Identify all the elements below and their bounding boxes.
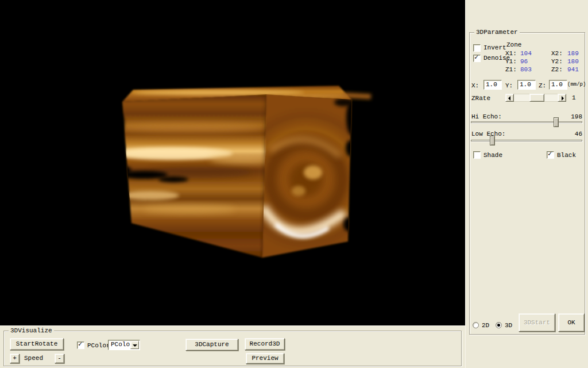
dropdown-arrow-icon bbox=[133, 344, 137, 347]
zone-y2-label: Y2: bbox=[551, 58, 563, 66]
shade-checkbox[interactable] bbox=[473, 151, 481, 159]
scale-z-label: Z: bbox=[539, 82, 546, 90]
visualize-panel: 3DVisualize StartRotate + Speed - PColor… bbox=[0, 325, 465, 368]
app-window: 3DParameter Invert Denoise Zone X1: 104 … bbox=[0, 0, 588, 368]
zone-y2-value: 180 bbox=[567, 58, 579, 66]
preview-button[interactable]: Preview bbox=[246, 353, 284, 364]
zone-label: Zone bbox=[506, 41, 521, 49]
zone-z1-label: Z1: bbox=[505, 66, 517, 74]
scale-y-label: Y: bbox=[505, 82, 513, 90]
3dcapture-button[interactable]: 3DCapture bbox=[185, 339, 238, 351]
zone-x2-label: X2: bbox=[551, 50, 563, 57]
parameter-panel: 3DParameter Invert Denoise Zone X1: 104 … bbox=[465, 0, 588, 368]
hi-echo-slider-thumb[interactable] bbox=[554, 117, 559, 127]
denoise-checkbox[interactable] bbox=[473, 55, 481, 62]
zrate-scroll-thumb[interactable] bbox=[529, 94, 544, 102]
zrate-scroll-left-button[interactable] bbox=[505, 94, 514, 102]
speed-minus-button[interactable]: - bbox=[55, 354, 64, 363]
pcolor-checkbox[interactable] bbox=[77, 342, 84, 349]
zone-y1-label: Y1: bbox=[505, 58, 517, 66]
visualize-groupbox: 3DVisualize StartRotate + Speed - PColor… bbox=[3, 331, 462, 366]
scale-unit-label: (mm/p) bbox=[567, 81, 586, 89]
scale-y-input[interactable]: 1.0 bbox=[517, 80, 536, 90]
start-rotate-button[interactable]: StartRotate bbox=[10, 338, 64, 350]
mode-3d-radio[interactable] bbox=[496, 322, 502, 328]
hi-echo-slider[interactable] bbox=[471, 117, 582, 128]
parameter-group-title: 3DParameter bbox=[474, 29, 520, 36]
volume-render bbox=[0, 0, 465, 325]
invert-checkbox[interactable] bbox=[473, 44, 481, 52]
scroll-left-icon bbox=[508, 96, 510, 101]
scale-x-input[interactable]: 1.0 bbox=[483, 80, 502, 90]
render-viewport[interactable] bbox=[0, 0, 465, 325]
low-echo-slider-thumb[interactable] bbox=[490, 136, 495, 145]
black-label: Black bbox=[557, 152, 576, 159]
record3d-button[interactable]: Record3D bbox=[245, 338, 285, 350]
zrate-scrollbar[interactable] bbox=[505, 94, 566, 102]
3dstart-button[interactable]: 3DStart bbox=[519, 313, 555, 332]
zone-z2-label: Z2: bbox=[551, 66, 563, 74]
speed-label: Speed bbox=[24, 355, 43, 362]
pcolor-dropdown[interactable]: PColor bbox=[108, 340, 140, 350]
visualize-group-title: 3DVisualize bbox=[9, 327, 54, 335]
zrate-label: ZRate bbox=[471, 95, 490, 102]
zone-x1-value: 104 bbox=[520, 50, 532, 57]
low-echo-slider-track[interactable] bbox=[471, 140, 582, 141]
speed-plus-button[interactable]: + bbox=[10, 354, 20, 363]
scroll-right-icon bbox=[562, 96, 564, 101]
mode-2d-label: 2D bbox=[482, 322, 489, 329]
zone-x1-label: X1: bbox=[505, 50, 517, 57]
shade-label: Shade bbox=[483, 152, 502, 159]
scale-z-input[interactable]: 1.0 bbox=[549, 80, 567, 90]
low-echo-slider[interactable] bbox=[471, 135, 582, 147]
black-checkbox[interactable] bbox=[547, 151, 554, 159]
zone-y1-value: 96 bbox=[520, 58, 528, 66]
mode-2d-radio[interactable] bbox=[473, 322, 479, 328]
hi-echo-slider-track[interactable] bbox=[471, 121, 582, 123]
ok-button[interactable]: OK bbox=[558, 313, 585, 332]
zone-z1-value: 803 bbox=[520, 66, 532, 74]
zone-z2-value: 941 bbox=[567, 66, 579, 74]
zrate-value: 1 bbox=[572, 94, 576, 102]
invert-label: Invert bbox=[483, 44, 506, 52]
zone-x2-value: 189 bbox=[567, 50, 579, 57]
mode-3d-label: 3D bbox=[505, 322, 512, 329]
zrate-scroll-right-button[interactable] bbox=[558, 94, 566, 102]
scale-x-label: X: bbox=[471, 82, 479, 90]
pcolor-label: PColor bbox=[87, 342, 110, 350]
parameter-groupbox: 3DParameter Invert Denoise Zone X1: 104 … bbox=[469, 32, 585, 335]
pcolor-dropdown-button[interactable] bbox=[130, 341, 139, 349]
